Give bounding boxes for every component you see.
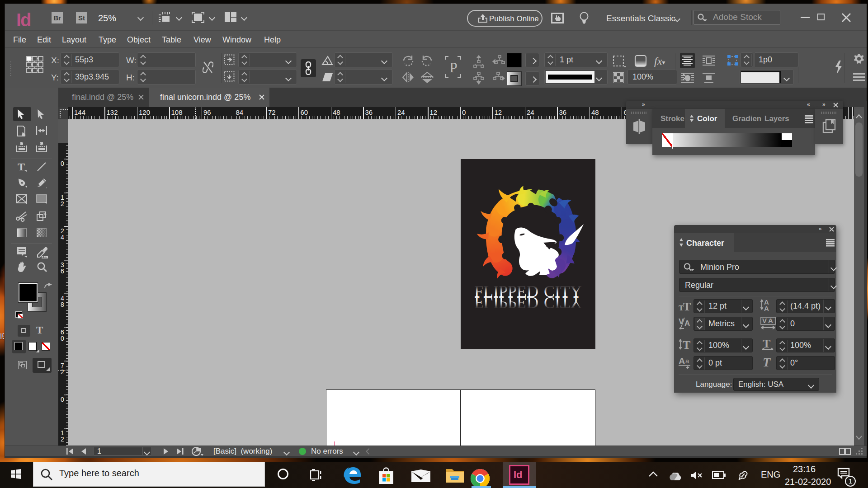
svg-text:A: A (764, 305, 769, 311)
svg-text:T: T (18, 161, 25, 172)
svg-text:A: A (768, 317, 773, 324)
svg-text:V: V (762, 317, 767, 324)
svg-text:T: T (683, 300, 691, 311)
svg-text:FLIPPED CITY: FLIPPED CITY (474, 294, 582, 312)
svg-text:T: T (683, 338, 690, 350)
svg-text:A: A (679, 356, 685, 366)
svg-text:A: A (684, 319, 690, 328)
svg-text:P: P (449, 59, 458, 75)
svg-text:a: a (685, 357, 689, 365)
